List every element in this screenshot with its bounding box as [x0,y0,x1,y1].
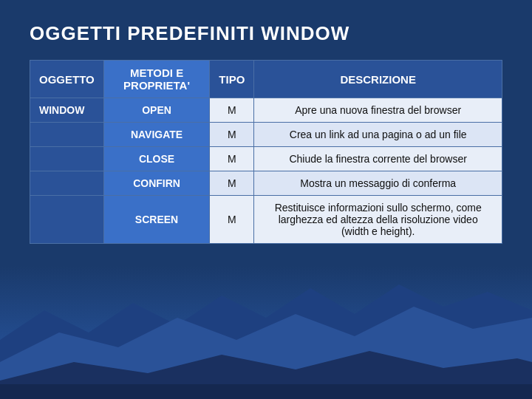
table-row: WINDOWOPENMApre una nuova finestra del b… [30,98,502,123]
cell-tipo: M [210,171,254,196]
mountain-background [0,266,532,399]
header-oggetto: OGGETTO [30,61,104,98]
table-row: SCREENMRestituisce informazioni sullo sc… [30,196,502,244]
cell-descrizione: Restituisce informazioni sullo schermo, … [254,196,502,244]
table-row: NAVIGATEMCrea un link ad una pagina o ad… [30,123,502,147]
table-row: CONFIRNMMostra un messaggio di conferma [30,171,502,196]
cell-oggetto [30,147,104,171]
objects-table: OGGETTO METODI E PROPRIETA' TIPO DESCRIZ… [30,60,502,244]
header-tipo: TIPO [210,61,254,98]
cell-tipo: M [210,123,254,147]
cell-metodo: SCREEN [103,196,210,244]
table-row: CLOSEMChiude la finestra corrente del br… [30,147,502,171]
cell-descrizione: Mostra un messaggio di conferma [254,171,502,196]
cell-descrizione: Crea un link ad una pagina o ad un file [254,123,502,147]
cell-oggetto [30,171,104,196]
cell-oggetto [30,196,104,244]
main-content: OGGETTI PREDEFINITI WINDOW OGGETTO METOD… [0,0,532,259]
cell-tipo: M [210,196,254,244]
cell-descrizione: Apre una nuova finestra del browser [254,98,502,123]
cell-metodo: CONFIRN [103,171,210,196]
header-metodi: METODI E PROPRIETA' [103,61,210,98]
cell-tipo: M [210,147,254,171]
cell-metodo: OPEN [103,98,210,123]
cell-tipo: M [210,98,254,123]
cell-metodo: CLOSE [103,147,210,171]
svg-rect-4 [0,384,532,399]
cell-oggetto: WINDOW [30,98,104,123]
cell-metodo: NAVIGATE [103,123,210,147]
cell-descrizione: Chiude la finestra corrente del browser [254,147,502,171]
cell-oggetto [30,123,104,147]
header-descrizione: DESCRIZIONE [254,61,502,98]
table-header-row: OGGETTO METODI E PROPRIETA' TIPO DESCRIZ… [30,61,502,98]
page-title: OGGETTI PREDEFINITI WINDOW [30,22,502,45]
